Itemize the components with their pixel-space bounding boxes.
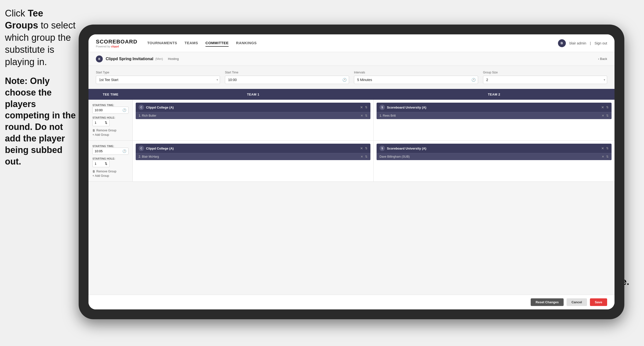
group-2-player1-controls: ✕ ⇅: [360, 155, 368, 158]
remove-group-1-label: Remove Group: [96, 129, 116, 132]
remove-group-2-label: Remove Group: [96, 170, 116, 173]
nav-user-name: blair admin: [570, 41, 586, 45]
group-1-team2-player1-remove[interactable]: ✕: [602, 114, 604, 117]
group-row-1: STARTING TIME: 10:00 🕐 STARTING HOLE: 1 …: [88, 100, 614, 141]
group-size-select[interactable]: 2: [483, 76, 607, 84]
group-row-2: STARTING TIME: 10:05 🕐 STARTING HOLE: 1 …: [88, 141, 614, 182]
sub-header-avatar: B: [96, 55, 103, 62]
instructions-panel: Click Tee Groups to select which group t…: [0, 0, 81, 180]
starting-time-label-1: STARTING TIME:: [92, 104, 128, 107]
group-1-hole-wrap: STARTING HOLE: 1 ⇅: [92, 116, 128, 126]
group-1-hole-input[interactable]: 1 ⇅: [92, 119, 110, 126]
group-1-player1-name: 1. Rich Butler: [139, 114, 358, 117]
cancel-button[interactable]: Cancel: [566, 298, 587, 306]
group-2-hole-input[interactable]: 1 ⇅: [92, 160, 110, 167]
group-2-team1-player-1: 2. Blair McHarg ✕ ⇅: [136, 153, 370, 160]
group-2-actions: 🗑 Remove Group + Add Group: [92, 170, 128, 178]
footer-bar: Reset Changes Cancel Save: [88, 295, 614, 310]
group-2-team2-player-1: Dave Billingham (SUB) ✕ ⇅: [376, 153, 612, 160]
group-1-time-input[interactable]: 10:00 🕐: [92, 107, 128, 114]
remove-group-1-btn[interactable]: 🗑 Remove Group: [92, 129, 128, 132]
group-1-team2-expand[interactable]: ⇅: [606, 106, 608, 109]
group-1-player1-arrow[interactable]: ⇅: [365, 114, 368, 117]
group-2-player1-remove[interactable]: ✕: [360, 155, 363, 158]
time-clock-icon-1: 🕐: [122, 108, 126, 112]
group-2-time-input[interactable]: 10:05 🕐: [92, 148, 128, 155]
group-1-player1-remove[interactable]: ✕: [360, 114, 363, 117]
nav-teams[interactable]: TEAMS: [184, 39, 198, 47]
group-2-team1-avatar: C: [139, 146, 144, 151]
group-1-team2-player1-arrow[interactable]: ⇅: [606, 114, 608, 117]
group-2-team2-card[interactable]: S Scoreboard University (A) ✕ ⇅ Dave Bil…: [376, 144, 612, 160]
start-time-group: Start Time 🕐: [225, 71, 349, 84]
group-1-actions: 🗑 Remove Group + Add Group: [92, 129, 128, 137]
add-group-2-label: + Add Group: [92, 174, 109, 178]
group-2-team2-player1-arrow[interactable]: ⇅: [606, 155, 608, 158]
note-bold-prefix: Note: Only choose the players competing …: [5, 76, 76, 166]
nav-user: B blair admin | Sign out: [558, 39, 608, 47]
nav-logo: SCOREBOARD Powered by clippd: [96, 38, 138, 48]
group-1-team1-col: C Clippd College (A) ✕ ⇅ 1. Rich Butler: [133, 100, 374, 140]
tablet-screen: SCOREBOARD Powered by clippd TOURNAMENTS…: [88, 34, 614, 310]
navbar: SCOREBOARD Powered by clippd TOURNAMENTS…: [88, 34, 614, 52]
col-team2: Team 2: [374, 93, 614, 96]
sub-header-hosting: Hosting: [168, 57, 179, 61]
group-1-team2-player1-controls: ✕ ⇅: [602, 114, 608, 117]
start-time-label: Start Time: [225, 71, 349, 74]
group-1-team1-avatar: C: [139, 105, 144, 110]
group-1-team1-expand[interactable]: ⇅: [365, 106, 368, 109]
group-1-team1-name: Clippd College (A): [146, 106, 358, 109]
group-1-team2-player1-name: 1. Rees Britt: [380, 114, 600, 117]
group-2-team2-player1-name: Dave Billingham (SUB): [380, 155, 600, 158]
group-1-team1-remove[interactable]: ✕: [360, 105, 363, 109]
starting-time-label-2: STARTING TIME:: [92, 145, 128, 148]
start-type-group: Start Type 1st Tee Start: [96, 71, 220, 84]
time-clock-icon-2: 🕐: [122, 149, 126, 153]
nav-powered-by: Powered by clippd: [96, 45, 138, 48]
trash-icon-1: 🗑: [92, 129, 95, 132]
group-2-team2-controls: ✕ ⇅: [601, 146, 608, 150]
group-2-team1-name: Clippd College (A): [146, 147, 358, 150]
group-2-team2-remove[interactable]: ✕: [601, 146, 604, 150]
nav-links: TOURNAMENTS TEAMS COMMITTEE RANKINGS: [147, 39, 558, 47]
nav-committee[interactable]: COMMITTEE: [206, 39, 229, 47]
group-2-team2-name: Scoreboard University (A): [387, 147, 599, 150]
starting-hole-label-2: STARTING HOLE:: [92, 157, 128, 160]
instruction-note: Note: Only choose the players competing …: [5, 75, 76, 167]
group-1-time-label: STARTING TIME: 10:00 🕐: [92, 104, 128, 114]
intervals-group: Intervals 🕐: [354, 71, 478, 84]
intervals-input[interactable]: [354, 76, 478, 84]
remove-group-2-btn[interactable]: 🗑 Remove Group: [92, 170, 128, 173]
group-1-team2-card[interactable]: S Scoreboard University (A) ✕ ⇅ 1. Rees …: [376, 103, 612, 119]
group-2-team1-remove[interactable]: ✕: [360, 146, 363, 150]
group-2-team1-expand[interactable]: ⇅: [365, 147, 368, 150]
sub-header: B Clippd Spring Invitational (Men) Hosti…: [88, 52, 614, 66]
group-2-player1-arrow[interactable]: ⇅: [365, 155, 368, 158]
intervals-label: Intervals: [354, 71, 478, 74]
add-group-2-btn[interactable]: + Add Group: [92, 174, 128, 178]
nav-tournaments[interactable]: TOURNAMENTS: [147, 39, 177, 47]
save-button[interactable]: Save: [590, 298, 607, 306]
start-time-input-wrap: 🕐: [225, 76, 349, 84]
group-1-team2-name: Scoreboard University (A): [387, 106, 599, 109]
group-1-team1-card[interactable]: C Clippd College (A) ✕ ⇅ 1. Rich Butler: [136, 103, 370, 119]
group-2-team2-expand[interactable]: ⇅: [606, 147, 608, 150]
group-2-team2-avatar: S: [380, 146, 385, 151]
sub-header-back[interactable]: ‹ Back: [598, 57, 607, 61]
group-2-team2-player1-controls: ✕ ⇅: [602, 155, 608, 158]
group-1-team2-header: S Scoreboard University (A) ✕ ⇅: [376, 103, 612, 112]
reset-changes-button[interactable]: Reset Changes: [531, 298, 564, 306]
group-2-team2-player1-remove[interactable]: ✕: [602, 155, 604, 158]
nav-rankings[interactable]: RANKINGS: [236, 39, 256, 47]
add-group-1-btn[interactable]: + Add Group: [92, 133, 128, 137]
group-2-hole-value: 1: [95, 162, 96, 166]
tee-table: Tee Time Team 1 Team 2 STARTING TIME: 10…: [88, 89, 614, 295]
group-1-team2-controls: ✕ ⇅: [601, 105, 608, 109]
nav-sign-out[interactable]: Sign out: [594, 41, 607, 45]
group-2-team1-card[interactable]: C Clippd College (A) ✕ ⇅ 2. Blair McHarg: [136, 144, 370, 160]
start-type-select[interactable]: 1st Tee Start: [96, 76, 220, 84]
start-time-input[interactable]: [225, 76, 349, 84]
group-2-team1-controls: ✕ ⇅: [360, 146, 368, 150]
group-1-team2-remove[interactable]: ✕: [601, 105, 604, 109]
nav-user-avatar: B: [558, 39, 566, 47]
